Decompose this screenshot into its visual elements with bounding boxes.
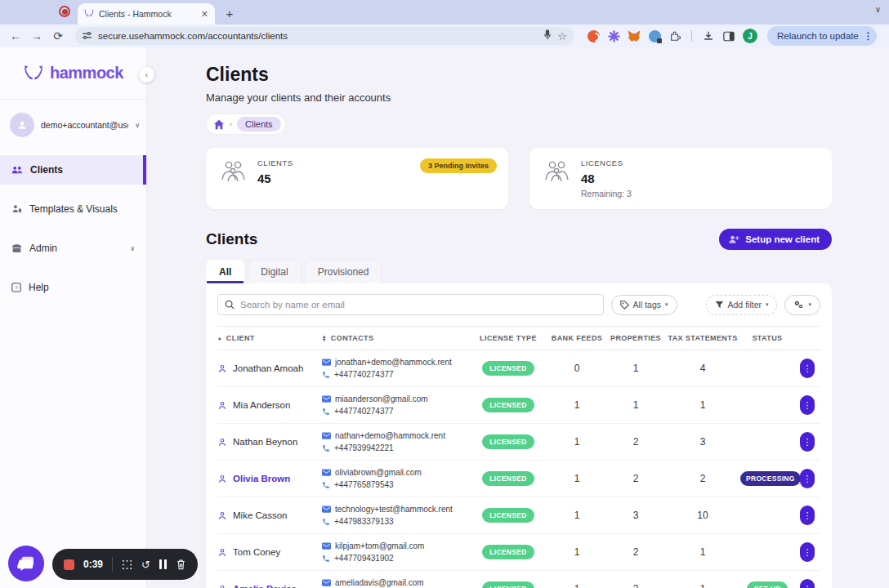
chevron-down-icon: ∨: [130, 245, 135, 252]
browser-menu-icon[interactable]: ⋮: [864, 30, 873, 42]
bank-feeds-value: 1: [547, 510, 606, 521]
tab-digital[interactable]: Digital: [248, 260, 301, 283]
column-client[interactable]: ▲ CLIENT: [217, 334, 322, 342]
microphone-icon[interactable]: [543, 29, 552, 43]
table-row[interactable]: Olivia Brownoliviabrown@gmail.com+447765…: [217, 461, 820, 497]
divider: [112, 557, 113, 572]
account-switcher[interactable]: demo+accountant@useh... ∨: [0, 100, 146, 150]
sidebar-item-templates[interactable]: Templates & Visuals: [0, 194, 146, 224]
search-input[interactable]: [240, 300, 596, 310]
row-actions-button[interactable]: ⋮: [800, 395, 815, 415]
extension-purple-icon[interactable]: [607, 29, 620, 42]
breadcrumb: › Clients: [206, 114, 286, 135]
browser-tab[interactable]: Clients - Hammock ✕: [78, 3, 215, 24]
reload-icon[interactable]: ⟳: [49, 27, 67, 45]
chevron-down-icon: ▾: [766, 301, 769, 308]
sidebar-item-help[interactable]: ? Help: [0, 273, 146, 302]
home-icon[interactable]: [213, 119, 225, 130]
delete-recording-icon[interactable]: [176, 559, 186, 570]
drag-handle-icon[interactable]: [122, 559, 132, 570]
client-tabs: All Digital Provisioned: [206, 260, 832, 283]
sidebar-item-admin[interactable]: Admin ∨: [0, 234, 146, 263]
table-row[interactable]: Amelia Daviesameliadavis@gmail.com+44756…: [217, 571, 820, 588]
column-bank-feeds: BANK FEEDS: [547, 334, 606, 342]
row-actions-button[interactable]: ⋮: [800, 432, 815, 452]
client-name[interactable]: Jonathan Amoah: [233, 363, 303, 373]
profile-avatar[interactable]: J: [743, 29, 757, 43]
email-line: jonathan+demo@hammock.rent: [322, 356, 469, 368]
row-actions-button[interactable]: ⋮: [800, 579, 815, 588]
sidebar-collapse-button[interactable]: ‹: [139, 67, 154, 82]
client-cell: Jonathan Amoah: [217, 363, 322, 374]
chat-widget-button[interactable]: [8, 546, 44, 581]
email-icon: [322, 432, 331, 439]
relaunch-button[interactable]: Relaunch to update ⋮: [767, 26, 877, 46]
table-settings-button[interactable]: ▾: [784, 295, 820, 315]
gears-icon: [793, 300, 804, 310]
row-actions-button[interactable]: ⋮: [800, 469, 815, 488]
downloads-icon[interactable]: [702, 29, 715, 42]
forward-icon[interactable]: →: [28, 27, 46, 45]
setup-new-client-button[interactable]: Setup new client: [719, 229, 832, 250]
client-name[interactable]: Mike Casson: [233, 510, 287, 520]
extension-orange-icon[interactable]: [587, 29, 600, 42]
row-actions-button[interactable]: ⋮: [800, 506, 815, 525]
phone-line: +447765879543: [322, 479, 469, 491]
row-actions-button[interactable]: ⋮: [800, 542, 815, 562]
chevron-down-icon[interactable]: ∨: [875, 5, 881, 14]
phone-icon: [322, 408, 330, 416]
screen-recorder-bar: 0:39 ↺: [52, 549, 198, 580]
client-email: nathan+demo@hammock.rent: [335, 430, 445, 442]
breadcrumb-current[interactable]: Clients: [237, 117, 281, 131]
contacts-cell: nathan+demo@hammock.rent+447939942221: [322, 430, 469, 454]
properties-value: 2: [606, 546, 665, 558]
table-row[interactable]: Tom Coneykilpjam+tom@gmail.com+447709431…: [217, 534, 820, 571]
table-row[interactable]: Mike Cassontechnology+test@hammock.rent+…: [217, 497, 820, 534]
client-phone: +447709431902: [334, 552, 394, 564]
bookmark-star-icon[interactable]: ☆: [557, 30, 567, 42]
side-panel-icon[interactable]: [722, 29, 735, 42]
back-icon[interactable]: ←: [7, 27, 25, 45]
sidebar-item-label: Clients: [30, 164, 63, 176]
stop-recording-button[interactable]: [64, 559, 74, 570]
tab-provisioned[interactable]: Provisioned: [305, 260, 382, 283]
contacts-cell: technology+test@hammock.rent+44798337913…: [322, 503, 469, 528]
client-name[interactable]: Amelia Davies: [233, 584, 297, 588]
sidebar-item-label: Templates & Visuals: [29, 203, 118, 215]
table-row[interactable]: Mia Andersonmiaanderson@gmail.com+447740…: [217, 387, 820, 424]
hammock-favicon-icon: [84, 9, 94, 20]
extensions-puzzle-icon[interactable]: [668, 29, 681, 42]
add-filter-button[interactable]: Add filter ▾: [706, 295, 778, 315]
licences-stat-card: LICENCES 48 Remaining: 3: [529, 148, 832, 209]
client-name[interactable]: Nathan Beynon: [233, 437, 297, 447]
sidebar-item-clients[interactable]: Clients: [0, 155, 146, 185]
metamask-fox-icon[interactable]: [628, 29, 641, 42]
restart-recording-icon[interactable]: ↺: [141, 559, 150, 571]
column-contacts[interactable]: ▲▼ CONTACTS: [322, 334, 469, 342]
table-row[interactable]: Nathan Beynonnathan+demo@hammock.rent+44…: [217, 424, 820, 461]
tab-all[interactable]: All: [206, 260, 244, 283]
hammock-logo[interactable]: hammock: [0, 47, 146, 82]
table-row[interactable]: Jonathan Amoahjonathan+demo@hammock.rent…: [217, 350, 820, 387]
url-bar[interactable]: secure.usehammock.com/accountants/client…: [75, 27, 574, 45]
tab-close-icon[interactable]: ✕: [201, 9, 208, 20]
pause-recording-button[interactable]: [159, 559, 167, 569]
help-icon: ?: [11, 283, 21, 292]
client-cell: Amelia Davies: [217, 584, 322, 588]
client-name[interactable]: Olivia Brown: [233, 474, 290, 483]
client-name[interactable]: Mia Anderson: [233, 400, 290, 410]
client-cell: Olivia Brown: [217, 474, 322, 484]
bank-feeds-value: 1: [547, 473, 606, 484]
page-title: Clients: [206, 64, 832, 86]
client-name[interactable]: Tom Coney: [233, 547, 280, 557]
clients-group-icon: [219, 158, 247, 183]
license-cell: LICENSED: [469, 581, 547, 588]
new-tab-button[interactable]: +: [220, 3, 239, 23]
status-cell: SET UP: [740, 581, 794, 588]
site-settings-icon[interactable]: [82, 29, 92, 43]
all-tags-filter[interactable]: All tags ▾: [611, 295, 677, 315]
extension-blue-lock-icon[interactable]: [648, 29, 661, 42]
phone-line: +447709431902: [322, 552, 469, 564]
row-actions-button[interactable]: ⋮: [800, 359, 815, 378]
bank-feeds-value: 1: [547, 436, 606, 448]
